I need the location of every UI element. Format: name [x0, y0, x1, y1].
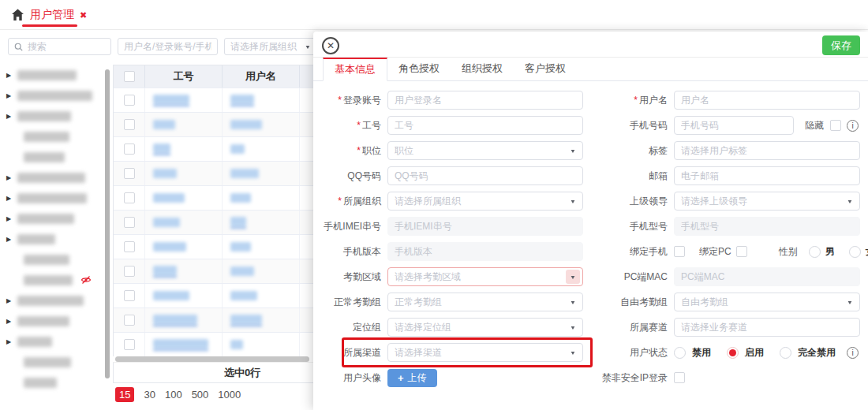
tab-role-auth[interactable]: 角色授权 [387, 57, 451, 80]
ip-restriction-checkbox[interactable] [674, 372, 685, 383]
track-input[interactable] [674, 318, 860, 337]
username-link-blurred[interactable] [230, 217, 246, 229]
page-size-15-active[interactable]: 15 [115, 387, 134, 402]
tab-customer-auth[interactable]: 客户授权 [514, 57, 577, 80]
row-checkbox[interactable] [124, 241, 135, 252]
tree-item[interactable]: ▶ [0, 311, 104, 331]
table-row[interactable] [114, 332, 314, 356]
upload-avatar-button[interactable]: +上传 [387, 369, 437, 387]
expand-arrow-icon[interactable]: ▶ [6, 215, 17, 222]
mobile-input[interactable] [674, 116, 794, 135]
tree-search-field[interactable] [28, 41, 105, 52]
tree-item[interactable] [0, 372, 104, 393]
organization-select[interactable]: 请选择所属组织▼ [387, 192, 583, 211]
track-field[interactable] [681, 322, 853, 333]
expand-arrow-icon[interactable]: ▶ [6, 297, 17, 304]
expand-arrow-icon[interactable]: ▶ [6, 338, 17, 345]
expand-arrow-icon[interactable]: ▶ [6, 236, 17, 243]
table-row[interactable] [114, 161, 314, 185]
info-icon[interactable]: i [847, 347, 859, 359]
employee-no-link-blurred[interactable] [153, 120, 175, 129]
username-link-blurred[interactable] [230, 120, 262, 129]
employee-no-link-blurred[interactable] [153, 193, 185, 203]
row-checkbox[interactable] [124, 290, 135, 301]
row-checkbox[interactable] [124, 217, 135, 228]
employee-no-link-blurred[interactable] [153, 266, 177, 278]
tree-item[interactable]: ▶ [0, 290, 104, 311]
tree-item[interactable]: ▶ [0, 167, 104, 188]
hide-mobile-checkbox[interactable] [830, 120, 841, 131]
tab-close-icon[interactable]: ✖ [80, 10, 87, 20]
tree-item[interactable] [0, 249, 104, 270]
employee-no-link-blurred[interactable] [153, 315, 197, 326]
table-row[interactable] [114, 112, 314, 136]
table-row[interactable] [114, 308, 314, 332]
tree-item[interactable]: ▶ [0, 85, 104, 106]
status-fully-disabled-radio[interactable] [780, 347, 791, 359]
row-checkbox[interactable] [124, 339, 135, 350]
supervisor-select[interactable]: 请选择上级领导▼ [674, 192, 860, 211]
bind-pc-checkbox[interactable] [736, 246, 747, 257]
tree-item[interactable] [0, 352, 104, 372]
employee-no-link-blurred[interactable] [153, 339, 208, 351]
tab-org-auth[interactable]: 组织授权 [451, 57, 514, 80]
org-filter-select[interactable]: 请选择所属组织 ▼ [224, 38, 317, 55]
page-size-500[interactable]: 500 [192, 389, 209, 401]
select-all-checkbox[interactable] [124, 71, 135, 82]
page-size-100[interactable]: 100 [165, 389, 182, 401]
home-icon[interactable] [11, 9, 24, 21]
table-row[interactable] [114, 136, 314, 161]
expand-arrow-icon[interactable]: ▶ [6, 72, 17, 79]
employee-no-link-blurred[interactable] [153, 169, 177, 178]
tree-item[interactable]: ▶ [0, 229, 104, 249]
attendance-area-select[interactable]: 请选择考勤区域▼ [387, 267, 583, 286]
username-link-blurred[interactable] [230, 95, 254, 106]
employee-no-link-blurred[interactable] [153, 218, 180, 227]
page-size-30[interactable]: 30 [144, 389, 155, 401]
row-checkbox[interactable] [124, 315, 135, 326]
tree-item[interactable]: ▶ [0, 188, 104, 208]
tree-scrollbar[interactable] [105, 69, 110, 378]
tree-item[interactable] [0, 126, 104, 147]
table-row[interactable] [114, 259, 314, 283]
row-checkbox[interactable] [124, 266, 135, 277]
tree-item[interactable]: ▶ [0, 208, 104, 229]
row-checkbox[interactable] [124, 192, 135, 203]
email-input[interactable] [674, 166, 860, 185]
email-field[interactable] [681, 170, 853, 181]
qq-number-input[interactable] [387, 166, 583, 185]
info-icon[interactable]: i [847, 120, 859, 132]
table-row[interactable] [114, 88, 314, 112]
tree-item[interactable]: ▶ [0, 106, 104, 126]
username-field[interactable] [681, 95, 853, 106]
row-checkbox[interactable] [124, 95, 135, 106]
gender-male-radio[interactable] [809, 246, 821, 258]
row-checkbox[interactable] [124, 144, 135, 155]
tags-field[interactable] [681, 145, 853, 156]
login-account-input[interactable] [387, 91, 583, 110]
row-checkbox[interactable] [124, 168, 135, 179]
table-row[interactable] [114, 234, 314, 259]
employee-no-link-blurred[interactable] [153, 95, 189, 106]
location-group-select[interactable]: 请选择定位组▼ [387, 318, 583, 337]
username-link-blurred[interactable] [230, 340, 243, 349]
expand-arrow-icon[interactable]: ▶ [6, 113, 17, 120]
status-disabled-radio[interactable] [674, 347, 686, 359]
free-attendance-group-select[interactable]: 自由考勤组▼ [674, 293, 860, 311]
expand-arrow-icon[interactable]: ▶ [6, 92, 17, 99]
employee-no-link-blurred[interactable] [153, 144, 170, 155]
username-link-blurred[interactable] [230, 315, 262, 326]
employee-no-input[interactable] [387, 116, 583, 135]
table-row[interactable] [114, 283, 314, 308]
tree-item[interactable]: ▶ [0, 331, 104, 352]
position-select[interactable]: 职位▼ [387, 141, 583, 160]
qq-number-field[interactable] [395, 170, 576, 181]
status-enabled-radio-selected[interactable] [727, 347, 739, 359]
username-link-blurred[interactable] [230, 291, 257, 300]
employee-no-link-blurred[interactable] [153, 242, 186, 252]
tree-item[interactable] [0, 270, 104, 290]
username-link-blurred[interactable] [230, 193, 251, 203]
channel-select[interactable]: 请选择渠道▼ [387, 343, 583, 362]
close-icon[interactable]: ✕ [322, 37, 339, 54]
expand-arrow-icon[interactable]: ▶ [6, 195, 17, 202]
